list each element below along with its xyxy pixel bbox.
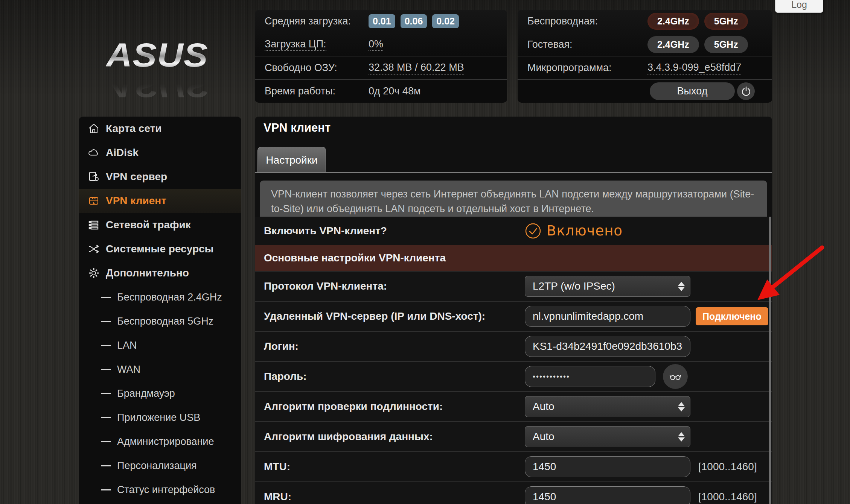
home-icon — [88, 123, 100, 135]
sidebar-item-network-map[interactable]: Карта сети — [79, 117, 241, 141]
load-1min-badge: 0.01 — [369, 14, 395, 28]
protocol-label: Протокол VPN-клиента: — [264, 280, 387, 292]
cloud-icon — [88, 147, 100, 159]
wireless-5ghz-badge[interactable]: 5GHz — [704, 13, 748, 30]
auth-algorithm-label: Алгоритм проверки подлинности: — [264, 401, 443, 413]
sidebar-item-label: Системные ресурсы — [106, 243, 213, 255]
free-ram-row: Свободно ОЗУ: 32.38 MB / 60.22 MB — [255, 56, 507, 80]
wireless-24ghz-badge[interactable]: 2.4GHz — [647, 13, 699, 30]
free-ram-value[interactable]: 32.38 MB / 60.22 MB — [369, 62, 464, 74]
dash-icon — [101, 345, 111, 346]
sidebar-subitem-label: Администрирование — [117, 436, 214, 448]
firmware-version-link[interactable]: 3.4.3.9-099_e58fdd7 — [647, 62, 741, 74]
sidebar-item-label: Карта сети — [106, 123, 162, 135]
mru-range-hint: [1000..1460] — [698, 491, 757, 503]
dash-icon — [101, 441, 111, 442]
dash-icon — [101, 369, 111, 370]
sidebar-subitem-wan[interactable]: WAN — [79, 357, 241, 381]
network-traffic-icon — [88, 219, 100, 231]
uptime-label: Время работы: — [265, 85, 335, 97]
password-label: Пароль: — [264, 370, 307, 383]
mru-input[interactable] — [525, 486, 690, 504]
load-15min-badge: 0.02 — [432, 14, 459, 28]
auth-algorithm-select-value: Auto — [533, 401, 554, 413]
protocol-select[interactable]: L2TP (w/o IPSec) — [525, 276, 690, 297]
tab-settings-label: Настройки — [266, 154, 317, 166]
logout-row: Выход — [518, 80, 772, 103]
reboot-button[interactable] — [737, 82, 755, 100]
dash-icon — [101, 489, 111, 490]
vpn-server-row: Удаленный VPN-сервер (IP или DNS-хост): … — [255, 301, 772, 331]
enable-vpn-status[interactable]: Включено — [525, 223, 623, 239]
select-arrows-icon — [678, 432, 685, 442]
sidebar-subitem-personalization[interactable]: Персонализация — [79, 454, 241, 478]
encryption-algorithm-row: Алгоритм шифрования данных: Auto — [255, 421, 772, 451]
encryption-algorithm-select[interactable]: Auto — [525, 426, 690, 447]
logout-button[interactable]: Выход — [650, 82, 735, 100]
show-password-button[interactable] — [663, 364, 688, 389]
guest-row: Гостевая: 2.4GHz 5GHz — [518, 33, 772, 56]
guest-5ghz-badge[interactable]: 5GHz — [704, 36, 748, 53]
dash-icon — [101, 465, 111, 466]
sidebar-item-aidisk[interactable]: AiDisk — [79, 141, 241, 165]
sidebar-item-advanced[interactable]: Дополнительно — [79, 261, 241, 285]
sidebar-subitem-label: Беспроводная 2.4GHz — [117, 291, 222, 303]
mtu-input[interactable] — [525, 456, 690, 477]
system-status-panel: Средняя загрузка: 0.01 0.06 0.02 Загрузк… — [255, 10, 507, 103]
sidebar-subitem-label: Брандмауэр — [117, 388, 175, 399]
sidebar-subitem-usb-app[interactable]: Приложение USB — [79, 405, 241, 430]
sidebar-item-label: Дополнительно — [106, 267, 189, 279]
router-admin-page: ASUS ASUS Log Средняя загрузка: 0.01 0.0… — [0, 0, 850, 504]
tab-settings[interactable]: Настройки — [257, 147, 326, 173]
page-title: VPN клиент — [264, 121, 331, 135]
asus-logo: ASUS ASUS — [106, 35, 230, 117]
password-input[interactable] — [525, 366, 655, 387]
glasses-icon — [669, 370, 682, 383]
login-label: Логин: — [264, 340, 299, 352]
sidebar-item-vpn-server[interactable]: VPN сервер — [79, 165, 241, 189]
sidebar-subitem-interface-status[interactable]: Статус интерфейсов — [79, 478, 241, 502]
load-average-label: Средняя загрузка: — [265, 15, 351, 27]
enable-vpn-label: Включить VPN-клиент? — [264, 225, 387, 237]
basic-settings-section-title: Основные настройки VPN-клиента — [264, 252, 446, 264]
asus-logo-reflection: ASUS — [106, 66, 230, 104]
dash-icon — [101, 393, 111, 394]
uptime-value: 0д 20ч 48м — [369, 85, 420, 97]
firmware-row: Микропрограмма: 3.4.3.9-099_e58fdd7 — [518, 56, 772, 80]
load-average-row: Средняя загрузка: 0.01 0.06 0.02 — [255, 10, 507, 33]
sidebar-subitem-administration[interactable]: Администрирование — [79, 430, 241, 454]
sidebar-subitem-label: LAN — [117, 340, 137, 351]
login-input[interactable] — [525, 336, 690, 357]
cpu-load-value[interactable]: 0% — [369, 38, 383, 51]
form-scrollbar[interactable] — [769, 217, 771, 504]
free-ram-label: Свободно ОЗУ: — [265, 62, 337, 74]
select-arrows-icon — [678, 282, 685, 291]
sidebar-item-vpn-client[interactable]: VPN клиент — [79, 189, 241, 213]
auth-algorithm-select[interactable]: Auto — [525, 396, 690, 417]
sidebar-subitem-wireless-24[interactable]: Беспроводная 2.4GHz — [79, 285, 241, 309]
vpn-server-input[interactable] — [525, 306, 690, 327]
cpu-load-row: Загрузка ЦП: 0% — [255, 33, 507, 56]
sidebar-subitem-firewall[interactable]: Брандмауэр — [79, 381, 241, 405]
sidebar-item-system-resources[interactable]: Системные ресурсы — [79, 237, 241, 261]
sidebar-item-label: VPN клиент — [106, 195, 166, 207]
log-button[interactable]: Log — [775, 0, 823, 13]
password-row: Пароль: — [255, 361, 772, 391]
sidebar-item-label: Сетевой трафик — [106, 219, 191, 231]
guest-24ghz-badge[interactable]: 2.4GHz — [647, 36, 699, 53]
sidebar-item-network-traffic[interactable]: Сетевой трафик — [79, 213, 241, 237]
check-circle-icon — [525, 223, 541, 239]
sidebar-subitem-lan[interactable]: LAN — [79, 333, 241, 357]
sidebar-subitem-label: Беспроводная 5GHz — [117, 316, 213, 327]
mtu-label: MTU: — [264, 461, 290, 473]
vpn-server-icon — [88, 171, 100, 183]
gear-icon — [88, 267, 100, 279]
tab-divider — [255, 172, 772, 173]
log-button-label: Log — [791, 0, 807, 10]
cpu-load-label[interactable]: Загрузка ЦП: — [265, 38, 326, 51]
sidebar-item-label: AiDisk — [106, 147, 139, 159]
enable-vpn-row: Включить VPN-клиент? Включено — [255, 217, 772, 245]
mru-row: MRU: [1000..1460] — [255, 481, 772, 504]
sidebar-subitem-wireless-5[interactable]: Беспроводная 5GHz — [79, 309, 241, 333]
vpn-description: VPN-клиент позволяет через сеть Интернет… — [260, 181, 767, 221]
